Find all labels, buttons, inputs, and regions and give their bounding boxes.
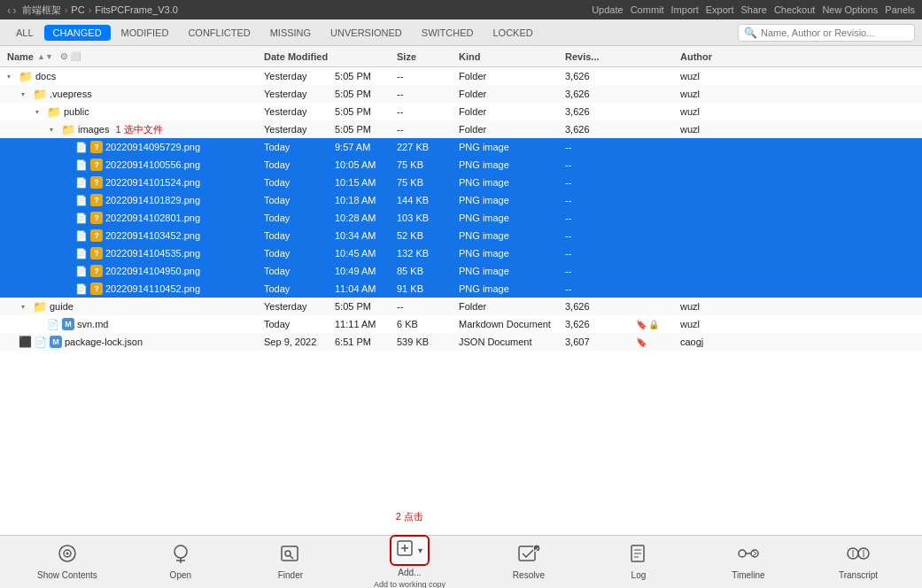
filter-bar: ALL CHANGED MODIFIED CONFLICTED MISSING … (0, 19, 922, 46)
bookmark-icon: 🔖 (636, 320, 647, 329)
folder-icon: 📁 (33, 300, 47, 313)
forward-arrow[interactable]: › (12, 4, 16, 17)
table-row[interactable]: 📄?20220914102801.pngToday10:28 AM103 KBP… (0, 209, 922, 227)
file-revision: 3,626 (565, 71, 636, 81)
table-row[interactable]: ▾📁.vuepressYesterday5:05 PM--Folder3,626… (0, 85, 922, 103)
open-button[interactable]: Open (154, 544, 207, 580)
file-size: 539 KB (397, 337, 459, 347)
table-row[interactable]: 📄?20220914103452.pngToday10:34 AM52 KBPN… (0, 227, 922, 244)
expand-triangle-icon: ▾ (21, 303, 30, 311)
file-kind: PNG image (459, 266, 565, 276)
breadcrumb-item-3[interactable]: FitsPCFrame_V3.0 (95, 4, 178, 15)
table-row[interactable]: ▾📁guideYesterday5:05 PM--Folder3,626wuzl (0, 298, 922, 315)
file-name: package-lock.json (65, 337, 143, 347)
file-date: Yesterday (264, 124, 335, 135)
file-date: Today (264, 230, 335, 241)
action-new-options[interactable]: New Options (822, 4, 878, 15)
file-revision: 3,626 (565, 319, 636, 329)
tab-all[interactable]: ALL (7, 25, 43, 41)
table-row[interactable]: 📄?20220914110452.pngToday11:04 AM91 KBPN… (0, 280, 922, 298)
resolve-label: Resolve (513, 570, 545, 580)
transcript-button[interactable]: Transcript (832, 544, 885, 580)
tab-missing[interactable]: MISSING (261, 25, 320, 41)
search-input[interactable] (761, 27, 909, 38)
nav-arrows[interactable]: ‹ › (7, 4, 17, 17)
col-header-name[interactable]: Name ▲▼ ⊙ ⬜ (7, 51, 264, 62)
file-date: Yesterday (264, 106, 335, 117)
file-time: 10:15 AM (335, 177, 397, 188)
file-author: wuzl (680, 124, 915, 135)
table-row[interactable]: 📄?20220914100556.pngToday10:05 AM75 KBPN… (0, 156, 922, 174)
col-header-kind[interactable]: Kind (459, 51, 565, 62)
table-row[interactable]: 📄?20220914104950.pngToday10:49 AM85 KBPN… (0, 262, 922, 280)
table-row[interactable]: 📄?20220914104535.pngToday10:45 AM132 KBP… (0, 244, 922, 262)
file-revision: -- (565, 283, 636, 294)
breadcrumb-item-2[interactable]: PC (71, 4, 84, 15)
breadcrumb-item-1[interactable]: 前端框架 (22, 4, 61, 17)
file-kind: PNG image (459, 195, 565, 205)
file-name: 20220914101829.png (105, 195, 200, 205)
action-export[interactable]: Export (706, 4, 734, 15)
table-row[interactable]: 📄?20220914101524.pngToday10:15 AM75 KBPN… (0, 174, 922, 191)
status-badge: ? (90, 194, 103, 206)
file-time: 10:28 AM (335, 213, 397, 223)
col-header-extra-icons: ⊙ ⬜ (60, 51, 81, 61)
add-button[interactable]: ▾ Add... Add to working copy (374, 535, 446, 588)
col-header-date[interactable]: Date Modified (264, 51, 335, 62)
action-commit[interactable]: Commit (631, 4, 664, 15)
table-row[interactable]: 📄?20220914095729.pngToday9:57 AM227 KBPN… (0, 138, 922, 156)
file-date: Today (264, 177, 335, 188)
action-update[interactable]: Update (592, 4, 623, 15)
col-header-revision[interactable]: Revis... (565, 51, 636, 62)
status-badge: ? (90, 159, 103, 171)
file-size: 85 KB (397, 266, 459, 276)
timeline-icon (736, 544, 761, 569)
add-button-inner[interactable]: ▾ (390, 535, 430, 566)
tab-modified[interactable]: MODIFIED (112, 25, 178, 41)
timeline-button[interactable]: Timeline (722, 544, 775, 580)
back-arrow[interactable]: ‹ (7, 4, 11, 17)
status-badge: ? (90, 282, 103, 295)
transcript-icon (846, 544, 871, 569)
table-row[interactable]: ▾📁images1 选中文件Yesterday5:05 PM--Folder3,… (0, 120, 922, 138)
file-icon: 📄 (47, 319, 59, 330)
expand-triangle-icon: ▾ (35, 108, 44, 116)
file-author: wuzl (680, 71, 915, 81)
action-share[interactable]: Share (741, 4, 767, 15)
table-row[interactable]: 📄Msvn.mdToday11:11 AM6 KBMarkdown Docume… (0, 315, 922, 333)
search-box[interactable]: 🔍 (738, 24, 915, 42)
file-time: 5:05 PM (335, 124, 397, 135)
folder-icon: 📁 (19, 70, 33, 83)
tab-unversioned[interactable]: UNVERSIONED (322, 25, 411, 41)
file-name: images (78, 124, 109, 135)
table-row[interactable]: ⬛📄Mpackage-lock.jsonSep 9, 20226:51 PM53… (0, 333, 922, 351)
file-name: 20220914110452.png (105, 283, 200, 294)
action-panels[interactable]: Panels (885, 4, 915, 15)
tab-switched[interactable]: SWITCHED (413, 25, 483, 41)
file-size: 6 KB (397, 319, 459, 329)
table-row[interactable]: ▾📁docsYesterday5:05 PM--Folder3,626wuzl (0, 67, 922, 85)
col-header-size[interactable]: Size (397, 51, 459, 62)
finder-button[interactable]: Finder (264, 544, 317, 580)
file-date: Sep 9, 2022 (264, 337, 335, 347)
action-checkout[interactable]: Checkout (774, 4, 815, 15)
tab-locked[interactable]: LOCKED (484, 25, 541, 41)
file-date: Today (264, 195, 335, 205)
col-header-author[interactable]: Author (680, 51, 915, 62)
tab-changed[interactable]: CHANGED (44, 25, 111, 41)
tab-conflicted[interactable]: CONFLICTED (179, 25, 259, 41)
log-icon (630, 544, 647, 569)
file-name: 20220914102801.png (105, 213, 200, 223)
sort-arrows: ▲▼ (37, 52, 53, 61)
status-badge: ? (90, 265, 103, 277)
search-icon: 🔍 (744, 27, 757, 39)
open-label: Open (170, 570, 191, 580)
action-import[interactable]: Import (671, 4, 699, 15)
file-size: -- (397, 106, 459, 117)
file-icon: 📄 (75, 230, 88, 242)
show-contents-button[interactable]: Show Contents (37, 544, 97, 580)
resolve-button[interactable]: ✓ Resolve (502, 544, 555, 580)
table-row[interactable]: 📄?20220914101829.pngToday10:18 AM144 KBP… (0, 191, 922, 209)
table-row[interactable]: ▾📁publicYesterday5:05 PM--Folder3,626wuz… (0, 103, 922, 120)
log-button[interactable]: Log (612, 544, 665, 580)
